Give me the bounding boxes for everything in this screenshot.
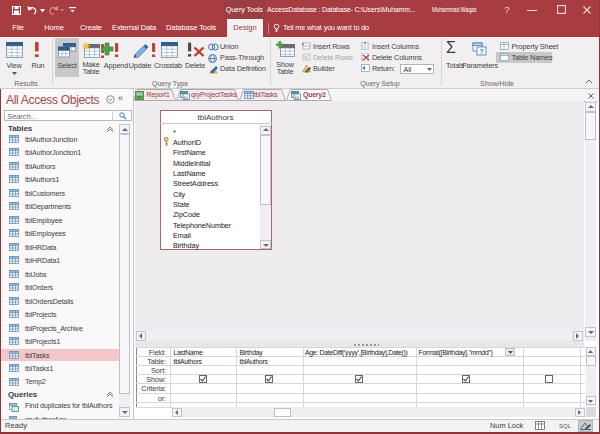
svg-text:?: ? xyxy=(479,47,484,56)
